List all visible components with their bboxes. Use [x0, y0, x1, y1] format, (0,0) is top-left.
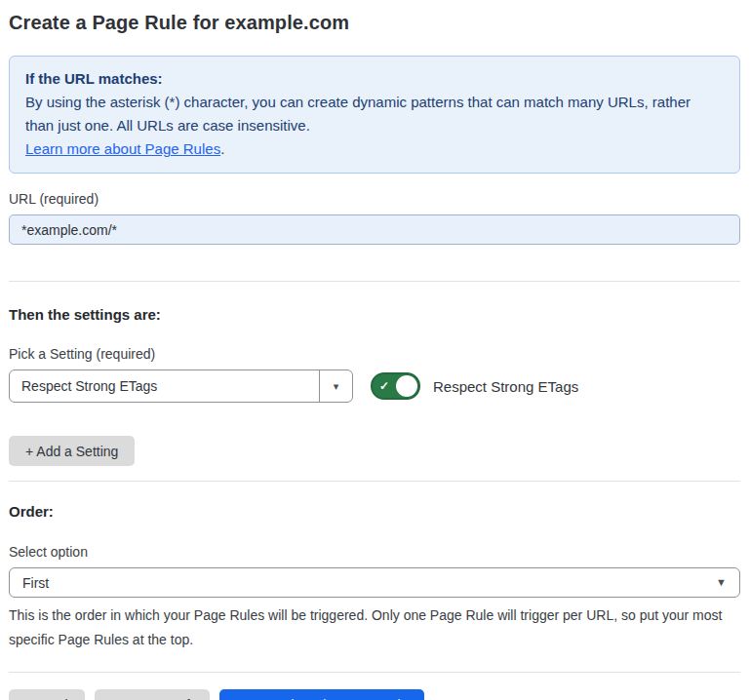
- order-section-heading: Order:: [9, 502, 741, 521]
- order-dropdown-value: First: [22, 575, 49, 591]
- setting-dropdown-arrow-button[interactable]: ▾: [319, 370, 352, 402]
- learn-more-link[interactable]: Learn more about Page Rules: [25, 140, 220, 157]
- url-input[interactable]: [9, 214, 740, 245]
- toggle-label: Respect Strong ETags: [433, 378, 578, 395]
- section-divider: [9, 481, 740, 482]
- create-page-rule-form: Create a Page Rule for example.com If th…: [0, 11, 750, 700]
- order-dropdown[interactable]: First ▼: [9, 567, 740, 598]
- check-icon: ✓: [379, 379, 389, 393]
- chevron-down-icon: ▾: [334, 381, 339, 392]
- learn-more-suffix: .: [220, 140, 224, 157]
- select-option-label: Select option: [9, 543, 741, 561]
- setting-toggle[interactable]: ✓: [371, 372, 420, 400]
- add-setting-button[interactable]: + Add a Setting: [9, 436, 135, 466]
- info-box-heading: If the URL matches:: [25, 67, 724, 91]
- chevron-down-icon: ▼: [716, 577, 727, 588]
- order-help-text: This is the order in which your Page Rul…: [9, 603, 735, 652]
- section-divider: [9, 281, 740, 282]
- setting-dropdown[interactable]: Respect Strong ETags ▾: [9, 369, 353, 403]
- url-label: URL (required): [9, 190, 741, 208]
- form-actions: Cancel Save as Draft Save and Deploy Pag…: [9, 689, 741, 700]
- setting-row: Respect Strong ETags ▾ ✓ Respect Strong …: [9, 369, 741, 403]
- info-link-line: Learn more about Page Rules.: [25, 137, 724, 161]
- setting-dropdown-value: Respect Strong ETags: [10, 378, 319, 394]
- save-deploy-button[interactable]: Save and Deploy Page Rule: [219, 689, 424, 700]
- save-draft-button[interactable]: Save as Draft: [95, 689, 211, 700]
- info-box-body: By using the asterisk (*) character, you…: [25, 91, 720, 137]
- pick-setting-label: Pick a Setting (required): [9, 345, 741, 363]
- page-title: Create a Page Rule for example.com: [9, 11, 741, 35]
- url-match-info-box: If the URL matches: By using the asteris…: [9, 56, 740, 174]
- cancel-button[interactable]: Cancel: [9, 689, 85, 700]
- section-divider: [9, 672, 740, 673]
- toggle-knob: [396, 375, 417, 397]
- settings-section-heading: Then the settings are:: [9, 305, 741, 324]
